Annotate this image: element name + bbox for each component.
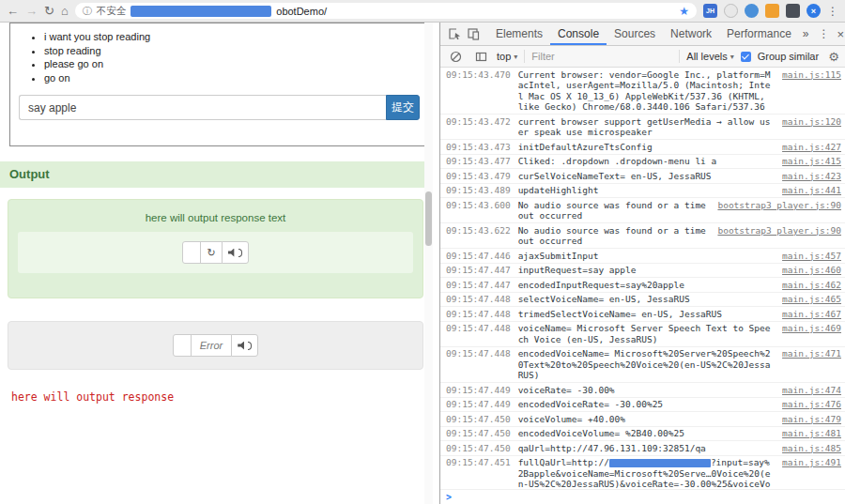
log-timestamp: 09:15:47.451: [446, 457, 511, 468]
inspect-icon[interactable]: [445, 25, 464, 42]
player-blank-button[interactable]: [173, 334, 192, 357]
url-text: obotDemo/: [276, 6, 327, 17]
extension-icon[interactable]: [745, 4, 759, 18]
tab-network[interactable]: Network: [663, 23, 719, 45]
log-message: selectVoiceName= en-US, JessaRUS: [518, 294, 775, 305]
source-link[interactable]: bootstrap3_player.js:90: [717, 200, 841, 211]
security-label: 不安全: [97, 5, 127, 18]
extension-icon[interactable]: [786, 4, 800, 18]
log-timestamp: 09:15:47.450: [446, 443, 511, 454]
console-log-row: 09:15:47.449encodedVoiceRate= -30.00%25m…: [440, 398, 845, 413]
source-link[interactable]: main.js:120: [782, 116, 841, 128]
log-timestamp: 09:15:47.446: [446, 251, 511, 262]
console-sidebar-icon[interactable]: [471, 48, 490, 65]
devtools-menu-icon[interactable]: ⋮: [813, 27, 836, 40]
player-volume-button[interactable]: [231, 334, 258, 357]
source-link[interactable]: main.js:491: [782, 457, 841, 468]
source-link[interactable]: main.js:427: [782, 142, 841, 153]
source-link[interactable]: main.js:462: [782, 280, 841, 291]
console-log-row: 09:15:47.446ajaxSubmitInputmain.js:457: [440, 249, 845, 264]
log-message: updateHighlight: [518, 185, 775, 196]
extension-icon[interactable]: [724, 4, 738, 18]
tabs-overflow-icon[interactable]: »: [799, 27, 813, 40]
chevron-down-icon: ▾: [730, 53, 734, 61]
source-link[interactable]: main.js:457: [782, 251, 841, 262]
bookmark-star-icon[interactable]: ★: [679, 5, 689, 18]
player-replay-button[interactable]: ↻: [200, 241, 222, 264]
devtools-tabbar: ElementsConsoleSourcesNetworkPerformance…: [440, 23, 845, 46]
source-link[interactable]: main.js:441: [782, 185, 841, 196]
source-link[interactable]: main.js:115: [782, 69, 841, 81]
speech-input[interactable]: [19, 95, 386, 120]
console-log-row: 09:15:43.473initDefaultAzureTtsConfigmai…: [440, 140, 845, 155]
source-link[interactable]: main.js:471: [782, 348, 841, 359]
log-message: voiceName= Microsoft Server Speech Text …: [518, 323, 775, 344]
console-log-row: 09:15:47.447inputRequest=say applemain.j…: [440, 264, 845, 279]
source-link[interactable]: main.js:479: [782, 414, 841, 425]
source-link[interactable]: main.js:415: [782, 156, 841, 167]
group-similar-checkbox[interactable]: [741, 52, 751, 62]
console-log-row: 09:15:47.448trimedSelectVoiceName= en-US…: [440, 307, 845, 322]
console-prompt[interactable]: >: [440, 489, 845, 504]
player-blank-button[interactable]: [182, 241, 201, 264]
settings-gear-icon[interactable]: ⚙: [828, 50, 839, 64]
source-link[interactable]: main.js:481: [782, 428, 841, 439]
devtools-close-icon[interactable]: ×: [836, 27, 845, 41]
devtools-tabs: ElementsConsoleSourcesNetworkPerformance: [488, 23, 799, 45]
log-timestamp: 09:15:43.472: [446, 116, 511, 128]
address-bar[interactable]: ⓘ 不安全 obotDemo/ ★: [75, 3, 697, 19]
response-placeholder: here will output response: [11, 390, 433, 404]
log-timestamp: 09:15:47.447: [446, 265, 511, 276]
console-log-row: 09:15:47.450encodedVoiceVolume= %2B40.00…: [440, 427, 845, 442]
speaker-icon: [238, 342, 246, 350]
source-link[interactable]: main.js:423: [782, 171, 841, 182]
console-prompt-icon: >: [446, 492, 452, 502]
source-link[interactable]: main.js:460: [782, 265, 841, 276]
command-item: stop reading: [44, 44, 428, 58]
submit-button[interactable]: 提交: [386, 95, 420, 120]
player-error-button[interactable]: Error: [191, 334, 232, 357]
log-message: encodedVoiceVolume= %2B40.00%25: [518, 428, 775, 439]
tab-elements[interactable]: Elements: [488, 23, 550, 45]
extension-jh-icon[interactable]: JH: [703, 4, 717, 18]
console-log-row: 09:15:47.450voiceVolume= +40.00%main.js:…: [440, 412, 845, 427]
clear-console-icon[interactable]: [446, 48, 465, 65]
browser-menu-icon[interactable]: ⋮: [827, 5, 838, 18]
replay-icon: ↻: [207, 247, 215, 259]
console-log-list: 09:15:43.470Current browser: vendor=Goog…: [440, 68, 845, 489]
info-icon[interactable]: ⓘ: [83, 5, 92, 18]
source-link[interactable]: main.js:474: [782, 385, 841, 396]
device-toolbar-icon[interactable]: [464, 25, 483, 42]
player-volume-button[interactable]: [222, 241, 249, 264]
source-link[interactable]: main.js:476: [782, 399, 841, 410]
back-icon[interactable]: ←: [7, 5, 19, 17]
extension-icon[interactable]: [765, 4, 779, 18]
on-demand-audio-panel: Error: [8, 321, 423, 370]
reload-icon[interactable]: ↻: [44, 5, 54, 17]
sound-wave-icon: [248, 342, 252, 350]
source-link[interactable]: main.js:467: [782, 309, 841, 320]
log-timestamp: 09:15:47.447: [446, 280, 511, 291]
source-link[interactable]: main.js:465: [782, 294, 841, 305]
source-link[interactable]: bootstrap3_player.js:90: [717, 225, 841, 237]
command-list: i want you stop readingstop readingpleas…: [10, 30, 428, 84]
tab-console[interactable]: Console: [550, 23, 607, 45]
source-link[interactable]: main.js:485: [782, 443, 841, 454]
response-text-panel: here will output response text ↻: [8, 199, 423, 298]
log-timestamp: 09:15:47.450: [446, 414, 511, 425]
command-panel: i want you stop readingstop readingpleas…: [9, 23, 429, 146]
log-level-selector[interactable]: All levels ▾: [686, 51, 733, 62]
scrollbar-thumb[interactable]: [425, 191, 432, 246]
log-timestamp: 09:15:47.450: [446, 428, 511, 439]
page-scrollbar[interactable]: [424, 23, 433, 504]
log-timestamp: 09:15:43.489: [446, 185, 511, 196]
sound-wave-icon: [238, 249, 242, 257]
filter-input[interactable]: Filter: [531, 51, 672, 62]
context-selector[interactable]: top ▾: [497, 51, 517, 62]
extension-icon[interactable]: ×: [807, 4, 821, 18]
forward-icon[interactable]: →: [25, 5, 38, 17]
source-link[interactable]: main.js:469: [782, 323, 841, 334]
tab-performance[interactable]: Performance: [719, 23, 799, 45]
tab-sources[interactable]: Sources: [607, 23, 663, 45]
home-icon[interactable]: ⌂: [61, 5, 69, 17]
